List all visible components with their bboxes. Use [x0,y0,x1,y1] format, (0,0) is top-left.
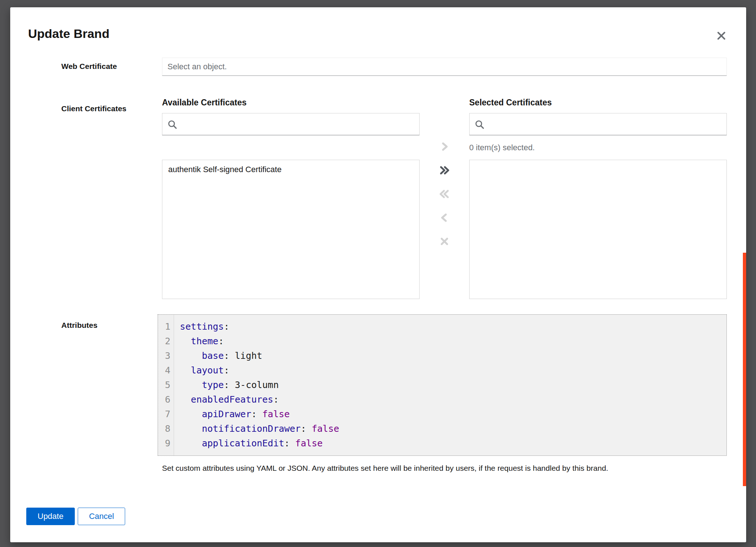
code-line-number: 5 [158,378,170,392]
selected-search-input[interactable] [488,113,726,135]
code-line-number: 9 [158,436,170,451]
available-search-input[interactable] [181,113,419,135]
web-certificate-select[interactable] [162,58,727,76]
code-line-number: 8 [158,422,170,436]
update-button[interactable]: Update [26,508,75,525]
code-line: enabledFeatures: [180,392,726,407]
search-icon [167,120,177,129]
move-selected-right-button[interactable] [437,139,452,154]
available-certificates-panel: Available Certificates authentik Self-si… [162,97,420,299]
close-button[interactable] [716,30,727,42]
code-line: notificationDrawer: false [180,422,726,436]
web-certificate-row: Web Certificate [61,58,727,76]
attributes-code-editor[interactable]: 123456789 settings: theme: base: light l… [158,314,727,456]
code-content[interactable]: settings: theme: base: light layout: typ… [174,315,726,455]
search-icon [475,120,485,129]
modal-footer: Update Cancel [26,508,125,525]
angle-right-icon [439,141,450,152]
selected-count-text: 0 item(s) selected. [469,135,727,160]
modal-title: Update Brand [28,26,109,42]
close-icon [716,31,726,41]
code-line: settings: [180,319,726,334]
available-search-box [162,113,420,135]
certificate-list-item[interactable]: authentik Self-signed Certificate [162,160,419,179]
code-line: base: light [180,349,726,363]
cancel-button[interactable]: Cancel [78,508,125,525]
code-line-number: 7 [158,407,170,422]
remove-selected-button[interactable] [437,234,452,249]
move-all-right-button[interactable] [437,163,452,178]
available-certificates-header: Available Certificates [162,97,420,108]
available-list-spacer [162,135,420,160]
available-certificates-list: authentik Self-signed Certificate [162,160,420,299]
attributes-help-text: Set custom attributes using YAML or JSON… [162,463,727,473]
attributes-row: Attributes 123456789 settings: theme: ba… [61,314,727,473]
angle-double-right-icon [439,165,450,176]
dual-list-controls [420,97,469,299]
selected-search-box [469,113,727,135]
code-line-number: 6 [158,392,170,407]
code-line-number: 2 [158,334,170,349]
selected-certificates-header: Selected Certificates [469,97,727,108]
update-brand-modal: Update Brand Web Certificate Client Cert… [10,7,746,542]
times-icon [439,236,450,247]
code-line-numbers: 123456789 [158,315,174,455]
client-certificates-row: Client Certificates Available Certificat… [61,97,727,299]
code-line: type: 3-column [180,378,726,392]
move-all-left-button[interactable] [437,187,452,201]
code-line: theme: [180,334,726,349]
angle-double-left-icon [439,189,450,199]
code-line-number: 4 [158,363,170,378]
angle-left-icon [439,212,450,223]
selected-certificates-list [469,160,727,299]
move-selected-left-button[interactable] [437,210,452,225]
code-line: apiDrawer: false [180,407,726,422]
code-line: layout: [180,363,726,378]
attributes-field: 123456789 settings: theme: base: light l… [162,314,727,473]
web-certificate-label: Web Certificate [61,58,162,76]
red-scroll-indicator[interactable] [743,253,746,486]
code-line-number: 1 [158,319,170,334]
client-certificates-label: Client Certificates [61,97,162,299]
selected-certificates-panel: Selected Certificates 0 item(s) selected… [469,97,727,299]
code-line: applicationEdit: false [180,436,726,451]
code-line-number: 3 [158,349,170,363]
attributes-label: Attributes [61,314,162,473]
